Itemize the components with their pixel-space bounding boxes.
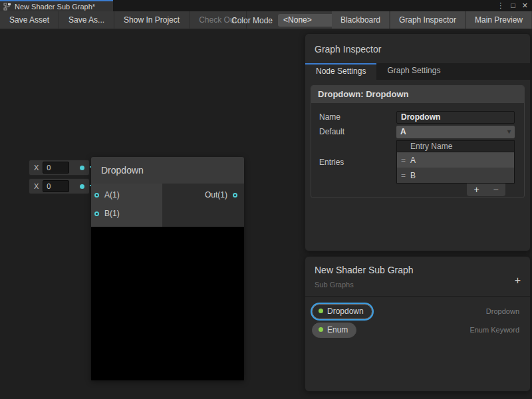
panel-title: Graph Inspector <box>305 34 530 63</box>
axis-label: X <box>34 164 39 172</box>
property-type-label: Dropdown <box>486 307 519 315</box>
shader-graph-icon <box>3 3 11 11</box>
dropdown-property-pill[interactable]: Dropdown <box>312 304 372 319</box>
port-icon[interactable] <box>233 193 237 198</box>
output-port-out[interactable]: Out(1) <box>205 190 237 200</box>
blackboard-subtitle: Sub Graphs <box>315 281 521 289</box>
kebab-menu-icon[interactable]: ⋮ <box>497 0 504 11</box>
value-field[interactable]: 0 <box>43 162 69 174</box>
tab-graph-settings[interactable]: Graph Settings <box>376 63 451 80</box>
port-icon[interactable] <box>94 211 99 216</box>
port-dot-icon[interactable] <box>80 184 84 189</box>
close-icon[interactable]: ✕ <box>522 0 528 11</box>
section-header: Dropdown: Dropdown <box>311 86 524 103</box>
dropdown-settings-section: Dropdown: Dropdown Name Dropdown Default… <box>311 85 525 198</box>
remove-entry-button[interactable]: − <box>486 184 505 196</box>
input-port-b[interactable]: B(1) <box>94 209 120 218</box>
axis-label: X <box>34 182 39 190</box>
name-input[interactable]: Dropdown <box>396 111 515 124</box>
title-bar: New Shader Sub Graph* ⋮ □ ✕ <box>0 0 532 11</box>
default-dropdown[interactable]: A ▾ <box>396 126 515 138</box>
node-title[interactable]: Dropdown <box>91 157 244 184</box>
color-mode-label: Color Mode <box>231 16 273 25</box>
value-field[interactable]: 0 <box>43 180 69 192</box>
drag-handle-icon[interactable]: = <box>401 171 406 180</box>
node-preview <box>91 227 244 380</box>
main-preview-toggle-button[interactable]: Main Preview <box>466 11 531 29</box>
dropdown-node[interactable]: Dropdown A(1) B(1) Out(1) <box>91 157 244 380</box>
name-label: Name <box>319 111 396 124</box>
blackboard-toggle-button[interactable]: Blackboard <box>332 11 389 29</box>
input-port-a[interactable]: A(1) <box>94 190 120 200</box>
color-mode-value: <None> <box>283 15 312 25</box>
graph-inspector-panel: Graph Inspector Node Settings Graph Sett… <box>305 33 531 251</box>
graph-inspector-toggle-button[interactable]: Graph Inspector <box>390 11 465 29</box>
entries-list: Entry Name = A = B <box>396 140 515 184</box>
document-tab-title: New Shader Sub Graph* <box>15 3 95 11</box>
enum-property-pill[interactable]: Enum <box>312 323 356 338</box>
save-asset-button[interactable]: Save Asset <box>0 11 59 29</box>
blackboard-title: New Shader Sub Graph <box>315 265 521 275</box>
blackboard-header: New Shader Sub Graph Sub Graphs + <box>305 257 530 297</box>
entry-row-b[interactable]: = B <box>397 168 514 183</box>
entries-label: Entries <box>319 158 396 167</box>
save-as-button[interactable]: Save As... <box>59 11 114 29</box>
entry-row-a[interactable]: = A <box>397 152 514 168</box>
port-dot-icon[interactable] <box>80 166 84 170</box>
show-in-project-button[interactable]: Show In Project <box>114 11 190 29</box>
input-b-value-widget: X 0 <box>29 178 90 194</box>
exposed-dot-icon <box>319 309 323 313</box>
exposed-dot-icon <box>319 327 323 332</box>
port-icon[interactable] <box>94 193 99 198</box>
inspector-tabstrip: Node Settings Graph Settings <box>305 63 530 80</box>
property-type-label: Enum Keyword <box>469 326 519 334</box>
entries-column-header: Entry Name <box>397 141 514 152</box>
input-a-value-widget: X 0 <box>29 160 90 176</box>
document-tab[interactable]: New Shader Sub Graph* <box>0 0 113 11</box>
chevron-down-icon: ▾ <box>507 126 511 138</box>
blackboard-row-dropdown: Dropdown Dropdown <box>305 302 530 321</box>
add-property-button[interactable]: + <box>515 275 521 287</box>
add-entry-button[interactable]: + <box>467 184 486 196</box>
tab-node-settings[interactable]: Node Settings <box>305 63 376 80</box>
entries-list-footer: + − <box>467 184 505 196</box>
shader-graph-toolbar: Save Asset Save As... Show In Project Ch… <box>0 11 532 29</box>
maximize-icon[interactable]: □ <box>511 0 515 11</box>
blackboard-row-enum: Enum Enum Keyword <box>305 321 530 339</box>
default-label: Default <box>319 126 396 138</box>
drag-handle-icon[interactable]: = <box>401 156 406 165</box>
blackboard-panel: New Shader Sub Graph Sub Graphs + Dropdo… <box>305 256 531 392</box>
